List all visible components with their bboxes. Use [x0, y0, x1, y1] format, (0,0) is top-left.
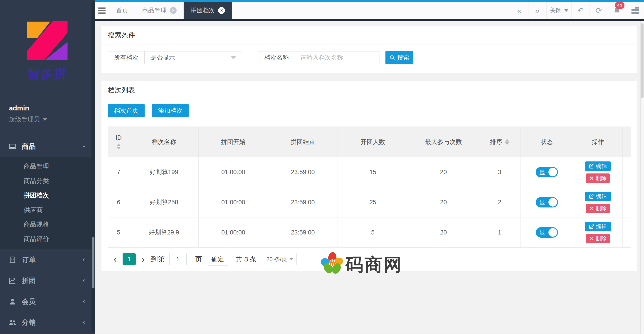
- sidebar-scrollbar-thumb[interactable]: [92, 237, 94, 289]
- user-role-dropdown[interactable]: 超级管理员: [9, 115, 48, 123]
- tier-home-button[interactable]: 档次首页: [108, 104, 144, 117]
- sort-icon[interactable]: [505, 139, 509, 145]
- sidebar-item-marketing[interactable]: 营销: [0, 333, 95, 334]
- toggle-knob: [548, 228, 557, 237]
- tab-goods-manage[interactable]: 商品管理 ×: [135, 2, 184, 19]
- topbar-divider: [95, 19, 644, 21]
- search-panel: 搜索条件 所有档次 是否显示 档次名称 搜索: [102, 26, 637, 73]
- sidebar-item-distribution[interactable]: 分销: [0, 312, 95, 333]
- sidebar: 智多拼 admin 超级管理员 商品 商品管理 商品分类 拼团档次 供应商 商品…: [0, 0, 95, 334]
- delete-button[interactable]: 删除: [586, 234, 610, 243]
- delete-x-icon: [589, 236, 594, 241]
- display-filter-select[interactable]: 是否显示: [144, 51, 241, 64]
- sidebar-item-goods[interactable]: 商品: [0, 136, 95, 157]
- edit-button[interactable]: 编辑: [585, 161, 611, 171]
- status-toggle[interactable]: 显: [536, 227, 558, 238]
- sidebar-item-members[interactable]: 会员: [0, 291, 95, 312]
- page-number-input[interactable]: [169, 253, 186, 265]
- sidebar-item-groupbuy[interactable]: 拼团: [0, 270, 95, 291]
- cell-start: 01:00:00: [199, 157, 268, 187]
- sidebar-item-supplier[interactable]: 供应商: [0, 203, 95, 217]
- notifications-button[interactable]: 41: [608, 2, 626, 19]
- cell-end: 23:59:00: [268, 187, 338, 217]
- sidebar-item-goods-spec[interactable]: 商品规格: [0, 217, 95, 232]
- current-page-button[interactable]: 1: [122, 253, 136, 265]
- column-name: 档次名称: [130, 127, 199, 157]
- status-toggle[interactable]: 显: [536, 167, 558, 177]
- goods-submenu: 商品管理 商品分类 拼团档次 供应商 商品规格 商品评价: [0, 157, 95, 249]
- server-list-icon: [630, 6, 640, 14]
- tab-home[interactable]: 首页: [109, 2, 135, 19]
- cell-end: 23:59:00: [268, 217, 338, 248]
- column-max-join: 最大参与次数: [408, 127, 479, 157]
- page-size-select[interactable]: 20 条/页: [263, 253, 297, 265]
- refresh-button[interactable]: ⟳: [590, 2, 608, 19]
- tab-label: 商品管理: [142, 6, 166, 14]
- cell-start: 01:00:00: [199, 217, 268, 248]
- page-scrollbar-thumb[interactable]: [641, 23, 644, 98]
- cell-actions: 编辑 删除: [573, 157, 623, 187]
- edit-icon: [589, 224, 594, 229]
- topbar: 首页 商品管理 × 拼团档次 × « » 关闭 ↶ ⟳ 41: [95, 2, 644, 19]
- more-menu-button[interactable]: [626, 2, 644, 19]
- status-toggle[interactable]: 显: [536, 197, 558, 208]
- cell-status: 显: [520, 187, 573, 217]
- search-panel-title: 搜索条件: [102, 26, 637, 44]
- list-toolbar: 档次首页 添加档次: [108, 104, 631, 117]
- undo-icon: ↶: [577, 6, 584, 15]
- scroll-tabs-right-button[interactable]: »: [528, 2, 546, 19]
- scroll-tabs-left-button[interactable]: «: [510, 2, 528, 19]
- close-tab-icon[interactable]: ×: [218, 7, 225, 14]
- cell-extra: [623, 187, 631, 217]
- logo-z-icon: [27, 21, 68, 60]
- tier-table: ID 档次名称 拼团开始 拼团结束 开团人数 最大参与次数: [108, 126, 631, 248]
- add-tier-button[interactable]: 添加档次: [152, 104, 189, 117]
- delete-button[interactable]: 删除: [586, 173, 610, 183]
- close-tabs-dropdown[interactable]: 关闭: [546, 2, 571, 19]
- cell-id: 5: [108, 217, 130, 248]
- goto-prefix-label: 到第: [151, 255, 165, 264]
- close-tab-icon[interactable]: ×: [170, 7, 176, 14]
- tab-group-tier[interactable]: 拼团档次 ×: [184, 2, 232, 19]
- users-icon: [9, 319, 16, 326]
- top-accent-strip: [95, 0, 644, 2]
- sidebar-item-goods-review[interactable]: 商品评价: [0, 232, 95, 246]
- sidebar-item-orders[interactable]: 订单: [0, 249, 95, 270]
- sidebar-scrollbar-track[interactable]: [92, 1, 95, 333]
- cell-sort: 3: [479, 157, 520, 187]
- hamburger-icon[interactable]: [95, 2, 109, 19]
- page-scrollbar-track[interactable]: [640, 21, 644, 334]
- cell-extra: [623, 157, 631, 187]
- pagination: ‹ 1 › 到第 页 确定 共 3 条 20 条/页: [108, 251, 631, 267]
- cell-sort: 1: [479, 217, 520, 248]
- sort-icon[interactable]: [117, 144, 121, 149]
- chevron-down-icon: [81, 144, 87, 149]
- sidebar-item-group-tier[interactable]: 拼团档次: [0, 188, 95, 203]
- goto-suffix-label: 页: [195, 255, 202, 264]
- sidebar-item-goods-manage[interactable]: 商品管理: [0, 159, 95, 174]
- notification-badge: 41: [615, 2, 624, 9]
- edit-button[interactable]: 编辑: [585, 192, 611, 201]
- confirm-page-button[interactable]: 确定: [207, 253, 228, 266]
- cell-status: 显: [520, 217, 573, 248]
- tier-name-input[interactable]: [295, 51, 380, 64]
- building-icon: [9, 256, 16, 264]
- caret-down-icon: [231, 56, 236, 59]
- prev-page-icon[interactable]: ‹: [114, 255, 117, 264]
- sidebar-item-label: 订单: [22, 255, 81, 265]
- column-actions: 操作: [573, 127, 623, 157]
- cell-sort: 2: [479, 187, 520, 217]
- next-page-icon[interactable]: ›: [142, 255, 144, 264]
- delete-button[interactable]: 删除: [586, 204, 610, 213]
- sidebar-item-label: 拼团: [22, 276, 81, 286]
- table-row: 7 好划算199 01:00:00 23:59:00 15 20 3 显: [108, 157, 631, 187]
- search-button[interactable]: 搜索: [386, 51, 413, 64]
- column-id: ID: [108, 127, 130, 157]
- chevron-left-icon: [81, 299, 87, 305]
- tier-list-panel: 档次列表 档次首页 添加档次 ID: [102, 81, 637, 271]
- back-button[interactable]: ↶: [571, 2, 590, 19]
- cell-actions: 编辑 删除: [573, 187, 623, 217]
- sidebar-item-goods-category[interactable]: 商品分类: [0, 174, 95, 188]
- column-status: 状态: [520, 127, 573, 157]
- edit-button[interactable]: 编辑: [585, 222, 611, 231]
